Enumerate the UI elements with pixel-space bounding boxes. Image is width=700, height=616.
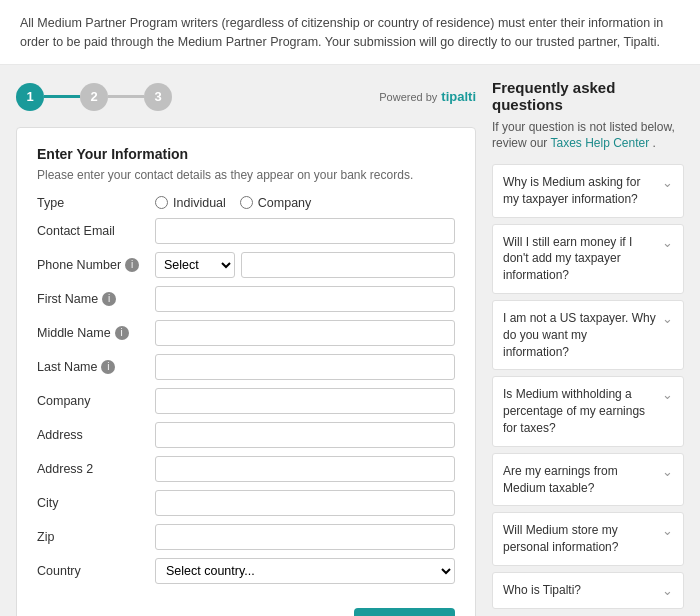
faq-question-0: Why is Medium asking for my taxpayer inf… xyxy=(503,174,656,208)
last-name-info-icon[interactable]: i xyxy=(101,360,115,374)
middle-name-label: Middle Name i xyxy=(37,326,147,340)
country-select[interactable]: Select country... xyxy=(155,558,455,584)
country-row: Country Select country... xyxy=(37,558,455,584)
stepper-row: 1 2 3 Powered by tipalti xyxy=(16,79,476,117)
address2-input[interactable] xyxy=(155,456,455,482)
page-wrapper: All Medium Partner Program writers (rega… xyxy=(0,0,700,616)
individual-radio[interactable] xyxy=(155,196,168,209)
first-name-row: First Name i xyxy=(37,286,455,312)
banner-text: All Medium Partner Program writers (rega… xyxy=(20,14,680,52)
next-btn-row: Next xyxy=(37,600,455,617)
company-label: Company xyxy=(37,394,147,408)
individual-radio-label[interactable]: Individual xyxy=(155,196,226,210)
address-label: Address xyxy=(37,428,147,442)
faq-item-3[interactable]: Is Medium withholding a percentage of my… xyxy=(492,376,684,446)
faq-chevron-5: ⌄ xyxy=(662,523,673,538)
phone-label: Phone Number i xyxy=(37,258,147,272)
step-2: 2 xyxy=(80,83,108,111)
faq-question-5: Will Medium store my personal informatio… xyxy=(503,522,656,556)
taxes-help-center-link[interactable]: Taxes Help Center xyxy=(550,136,649,150)
form-card: Enter Your Information Please enter your… xyxy=(16,127,476,617)
type-row: Type Individual Company xyxy=(37,196,455,210)
faq-chevron-0: ⌄ xyxy=(662,175,673,190)
step-line-2 xyxy=(108,95,144,98)
faq-question-1: Will I still earn money if I don't add m… xyxy=(503,234,656,284)
phone-country-select[interactable]: Select xyxy=(155,252,235,278)
tipalti-logo: Powered by tipalti xyxy=(379,89,476,104)
first-name-label: First Name i xyxy=(37,292,147,306)
faq-chevron-6: ⌄ xyxy=(662,583,673,598)
step-1: 1 xyxy=(16,83,44,111)
faq-item-6[interactable]: Who is Tipalti? ⌄ xyxy=(492,572,684,609)
address-input[interactable] xyxy=(155,422,455,448)
address-row: Address xyxy=(37,422,455,448)
step-line-1 xyxy=(44,95,80,98)
city-row: City xyxy=(37,490,455,516)
faq-chevron-1: ⌄ xyxy=(662,235,673,250)
last-name-row: Last Name i xyxy=(37,354,455,380)
zip-row: Zip xyxy=(37,524,455,550)
last-name-input[interactable] xyxy=(155,354,455,380)
faq-question-6: Who is Tipalti? xyxy=(503,582,656,599)
faq-item-0[interactable]: Why is Medium asking for my taxpayer inf… xyxy=(492,164,684,218)
faq-question-3: Is Medium withholding a percentage of my… xyxy=(503,386,656,436)
form-title: Enter Your Information xyxy=(37,146,455,162)
zip-input[interactable] xyxy=(155,524,455,550)
left-panel: 1 2 3 Powered by tipalti Enter Your Info… xyxy=(16,79,476,617)
company-radio-label[interactable]: Company xyxy=(240,196,312,210)
individual-label: Individual xyxy=(173,196,226,210)
faq-item-4[interactable]: Are my earnings from Medium taxable? ⌄ xyxy=(492,453,684,507)
country-label: Country xyxy=(37,564,147,578)
faq-question-4: Are my earnings from Medium taxable? xyxy=(503,463,656,497)
city-label: City xyxy=(37,496,147,510)
city-input[interactable] xyxy=(155,490,455,516)
address2-row: Address 2 xyxy=(37,456,455,482)
address2-label: Address 2 xyxy=(37,462,147,476)
phone-number-input[interactable] xyxy=(241,252,455,278)
form-subtitle: Please enter your contact details as the… xyxy=(37,168,455,182)
next-button[interactable]: Next xyxy=(354,608,455,617)
contact-email-label: Contact Email xyxy=(37,224,147,238)
company-label: Company xyxy=(258,196,312,210)
faq-chevron-4: ⌄ xyxy=(662,464,673,479)
faq-item-5[interactable]: Will Medium store my personal informatio… xyxy=(492,512,684,566)
middle-name-info-icon[interactable]: i xyxy=(115,326,129,340)
phone-input-group: Select xyxy=(155,252,455,278)
zip-label: Zip xyxy=(37,530,147,544)
faq-chevron-3: ⌄ xyxy=(662,387,673,402)
middle-name-row: Middle Name i xyxy=(37,320,455,346)
faq-subtitle-end: . xyxy=(653,136,656,150)
contact-email-input[interactable] xyxy=(155,218,455,244)
contact-email-row: Contact Email xyxy=(37,218,455,244)
step-3: 3 xyxy=(144,83,172,111)
stepper: 1 2 3 xyxy=(16,83,172,111)
first-name-info-icon[interactable]: i xyxy=(102,292,116,306)
company-input[interactable] xyxy=(155,388,455,414)
faq-chevron-2: ⌄ xyxy=(662,311,673,326)
phone-info-icon[interactable]: i xyxy=(125,258,139,272)
faq-item-1[interactable]: Will I still earn money if I don't add m… xyxy=(492,224,684,294)
faq-item-2[interactable]: I am not a US taxpayer. Why do you want … xyxy=(492,300,684,370)
first-name-input[interactable] xyxy=(155,286,455,312)
middle-name-input[interactable] xyxy=(155,320,455,346)
main-content: 1 2 3 Powered by tipalti Enter Your Info… xyxy=(0,65,700,617)
last-name-label: Last Name i xyxy=(37,360,147,374)
phone-row: Phone Number i Select xyxy=(37,252,455,278)
company-radio[interactable] xyxy=(240,196,253,209)
top-banner: All Medium Partner Program writers (rega… xyxy=(0,0,700,65)
type-radio-group[interactable]: Individual Company xyxy=(155,196,455,210)
faq-title: Frequently asked questions xyxy=(492,79,684,113)
tipalti-brand-name: tipalti xyxy=(441,89,476,104)
faq-question-2: I am not a US taxpayer. Why do you want … xyxy=(503,310,656,360)
company-row: Company xyxy=(37,388,455,414)
faq-subtitle: If your question is not listed below, re… xyxy=(492,119,684,153)
type-label: Type xyxy=(37,196,147,210)
right-panel: Frequently asked questions If your quest… xyxy=(492,79,684,617)
powered-by-label: Powered by xyxy=(379,91,437,103)
